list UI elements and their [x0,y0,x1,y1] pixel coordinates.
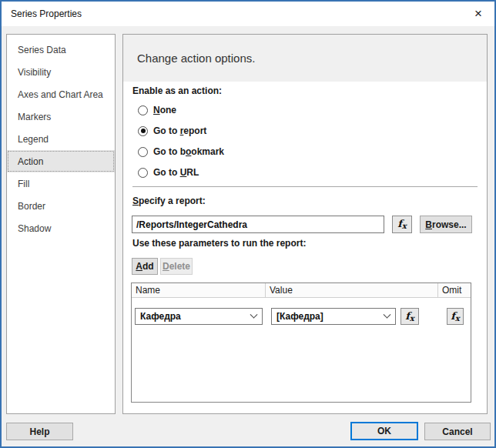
action-options-panel: Change action options. Enable as an acti… [122,34,488,414]
ok-button[interactable]: OK [350,422,418,440]
properties-sidebar: Series Data Visibility Axes and Chart Ar… [6,34,116,414]
help-button[interactable]: Help [6,423,73,440]
panel-heading-band: Change action options. [123,35,487,82]
radio-go-to-url[interactable]: Go to URL [138,166,199,179]
parameters-table-header: Name Value Omit [132,283,471,298]
add-button-label: Add [136,261,153,272]
sidebar-item-shadow[interactable]: Shadow [7,217,115,239]
sidebar-item-action[interactable]: Action [7,150,115,172]
page-title: Change action options. [137,52,255,65]
radio-go-to-report[interactable]: Go to report [138,125,206,137]
parameter-name-value: Кафедра [140,311,181,322]
section-divider [132,186,478,187]
parameter-value-value: [Кафедра] [276,311,323,322]
sidebar-item-label: Markers [18,112,51,122]
title-bar[interactable]: Series Properties [2,2,494,26]
sidebar-item-visibility[interactable]: Visibility [7,61,115,83]
delete-parameter-button[interactable]: Delete [160,258,193,275]
sidebar-item-fill[interactable]: Fill [7,172,115,195]
parameters-table: Name Value Omit Кафедра [Кафедра] fx fx [131,283,471,403]
parameter-value-dropdown[interactable]: [Кафедра] [271,308,396,325]
parameters-label: Use these parameters to run the report: [132,238,306,249]
sidebar-item-label: Fill [18,179,29,189]
delete-button-label: Delete [163,261,190,272]
sidebar-item-label: Legend [18,134,49,145]
radio-none[interactable]: None [138,104,176,116]
radio-go-to-bookmark[interactable]: Go to bookmark [138,145,224,158]
chevron-down-icon [384,310,391,318]
fx-expression-icon: fx [451,311,460,323]
radio-label: Go to URL [153,167,199,178]
radio-circle-icon [138,105,148,115]
radio-label: Go to report [153,125,206,136]
enable-action-label: Enable as an action: [132,85,222,96]
sidebar-item-label: Border [18,201,45,212]
report-path-input[interactable] [132,216,384,233]
sidebar-item-label: Series Data [18,45,66,55]
sidebar-item-border[interactable]: Border [7,195,115,217]
add-parameter-button[interactable]: Add [132,258,158,275]
column-header-value: Value [266,283,438,297]
fx-expression-icon: fx [405,311,414,323]
value-expression-button[interactable]: fx [400,308,419,325]
column-header-name: Name [132,283,266,297]
sidebar-item-label: Action [18,156,43,167]
omit-expression-button[interactable]: fx [447,308,464,325]
close-icon[interactable]: × [468,5,489,22]
fx-expression-icon: fx [397,219,407,230]
sidebar-item-label: Shadow [18,223,51,234]
sidebar-item-label: Axes and Chart Area [18,89,103,100]
browse-button[interactable]: Browse... [420,216,472,233]
radio-circle-icon [138,126,148,136]
sidebar-item-series-data[interactable]: Series Data [7,38,115,61]
parameters-table-body: Кафедра [Кафедра] fx fx [132,298,471,402]
column-header-omit: Omit [438,283,471,297]
dialog-title: Series Properties [11,8,82,19]
specify-report-label: Specify a report: [132,196,206,206]
sidebar-item-markers[interactable]: Markers [7,105,115,128]
sidebar-item-legend[interactable]: Legend [7,128,115,150]
sidebar-item-label: Visibility [18,67,51,78]
parameter-name-dropdown[interactable]: Кафедра [135,308,263,325]
radio-label: Go to bookmark [153,146,224,157]
series-properties-dialog: Series Properties × Series Data Visibili… [0,0,496,448]
radio-circle-icon [138,168,148,178]
radio-circle-icon [138,147,148,157]
sidebar-item-axes-and-chart-area[interactable]: Axes and Chart Area [7,83,115,105]
chevron-down-icon [250,310,258,318]
cancel-button[interactable]: Cancel [424,423,491,440]
radio-label: None [153,105,176,115]
report-expression-button[interactable]: fx [392,216,412,233]
browse-button-label: Browse... [425,219,466,230]
